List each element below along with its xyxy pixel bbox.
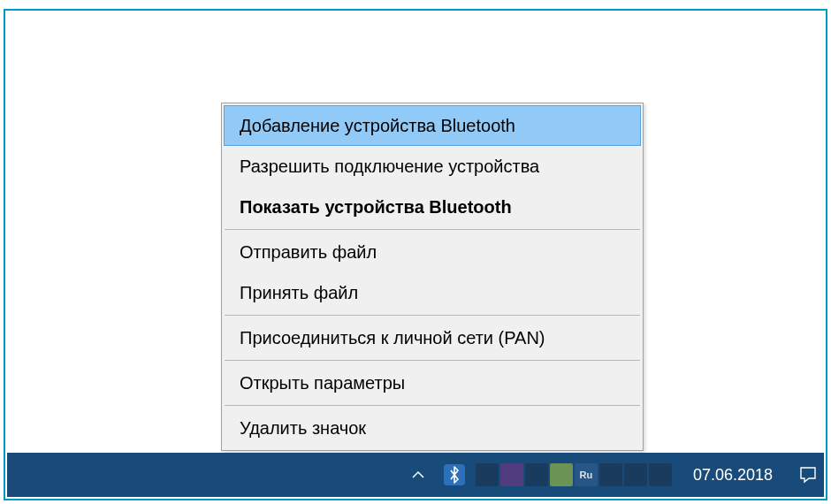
tray-icon-generic[interactable]	[550, 463, 573, 486]
menu-item-label: Открыть параметры	[240, 373, 405, 393]
menu-separator	[225, 405, 640, 406]
tray-icon-generic[interactable]	[476, 463, 499, 486]
tray-icon-volume[interactable]	[649, 463, 672, 486]
menu-separator	[225, 360, 640, 361]
chevron-up-icon	[411, 468, 425, 482]
menu-item-label: Присоединиться к личной сети (PAN)	[240, 328, 545, 347]
tray-icon-generic[interactable]	[599, 463, 622, 486]
window-frame: Добавление устройства Bluetooth Разрешит…	[4, 9, 827, 500]
menu-item-add-bluetooth-device[interactable]: Добавление устройства Bluetooth	[224, 105, 641, 146]
menu-item-show-bluetooth-devices[interactable]: Показать устройства Bluetooth	[224, 187, 641, 227]
menu-separator	[225, 229, 640, 230]
tray-icon-generic[interactable]	[500, 463, 523, 486]
desktop-area: Добавление устройства Bluetooth Разрешит…	[7, 12, 824, 454]
tray-icon-generic[interactable]	[525, 463, 548, 486]
menu-item-open-settings[interactable]: Открыть параметры	[224, 363, 641, 403]
menu-item-receive-file[interactable]: Принять файл	[224, 272, 641, 313]
menu-item-allow-connection[interactable]: Разрешить подключение устройства	[224, 146, 641, 187]
menu-item-label: Удалить значок	[240, 418, 366, 438]
language-label: Ru	[580, 470, 593, 480]
bluetooth-icon	[444, 464, 465, 485]
tray-icon-network[interactable]	[624, 463, 647, 486]
menu-item-label: Принять файл	[240, 283, 358, 302]
action-center-button[interactable]	[796, 462, 820, 487]
system-tray: Ru 07.06.2018	[407, 453, 820, 497]
tray-icons-group: Ru	[476, 463, 672, 486]
menu-separator	[225, 315, 640, 316]
menu-item-label: Отправить файл	[240, 242, 377, 262]
taskbar-clock[interactable]: 07.06.2018	[681, 466, 785, 485]
language-indicator[interactable]: Ru	[575, 463, 598, 486]
menu-item-label: Добавление устройства Bluetooth	[240, 116, 515, 135]
menu-item-label: Показать устройства Bluetooth	[240, 197, 512, 217]
show-hidden-icons-button[interactable]	[407, 463, 430, 486]
bluetooth-tray-icon[interactable]	[442, 462, 467, 487]
bluetooth-context-menu: Добавление устройства Bluetooth Разрешит…	[221, 103, 644, 451]
menu-item-join-pan[interactable]: Присоединиться к личной сети (PAN)	[224, 317, 641, 358]
taskbar-date: 07.06.2018	[693, 466, 773, 485]
taskbar: Ru 07.06.2018	[7, 453, 824, 497]
action-center-icon	[798, 465, 818, 485]
menu-item-label: Разрешить подключение устройства	[240, 157, 539, 176]
menu-item-remove-icon[interactable]: Удалить значок	[224, 408, 641, 448]
menu-item-send-file[interactable]: Отправить файл	[224, 232, 641, 272]
